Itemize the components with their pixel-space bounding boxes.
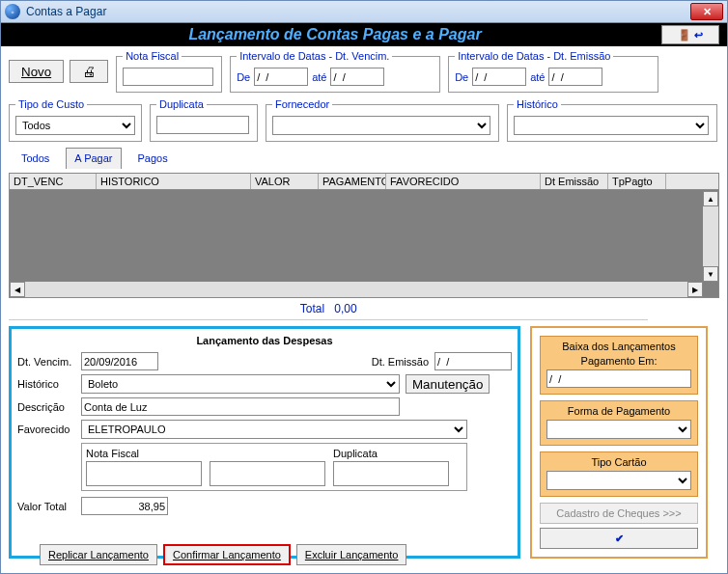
nf-dup-box: Nota Fiscal Duplicata bbox=[81, 443, 467, 491]
confirm-baixa-button[interactable]: ✔ bbox=[540, 528, 698, 549]
data-grid: DT_VENCHISTORICOVALORPAGAMENTOFAVORECIDO… bbox=[9, 173, 719, 298]
descricao-label: Descrição bbox=[17, 401, 75, 413]
despesas-title: Lançamento das Despesas bbox=[17, 335, 512, 346]
grid-col-dt emissão[interactable]: Dt Emissão bbox=[541, 174, 608, 189]
pagamento-em-label: Pagamento Em: bbox=[546, 355, 691, 367]
fornecedor-select[interactable] bbox=[272, 116, 490, 135]
dup-input[interactable] bbox=[333, 461, 449, 486]
nf-input-2[interactable] bbox=[210, 461, 325, 486]
pagamento-em-input[interactable] bbox=[546, 369, 691, 388]
historico-form-label: Histórico bbox=[17, 378, 75, 390]
excluir-label: Excluir Lançamento bbox=[305, 549, 399, 560]
novo-button[interactable]: Novo bbox=[9, 60, 64, 83]
exit-button[interactable]: 🚪 ↩ bbox=[661, 25, 719, 44]
dt-vencim-input[interactable] bbox=[81, 352, 158, 370]
tipo-cartao-select[interactable] bbox=[546, 471, 691, 490]
dt-emissao-label: Dt. Emissão bbox=[372, 356, 429, 368]
page-header: Lançamento de Contas Pagas e a Pagar 🚪 ↩ bbox=[0, 23, 728, 46]
action-buttons: Replicar Lançamento Confirmar Lançamento… bbox=[40, 544, 406, 565]
forma-pagamento-group: Forma de Pagamento bbox=[540, 400, 698, 446]
forma-pagamento-select[interactable] bbox=[546, 420, 691, 439]
forma-pagamento-label: Forma de Pagamento bbox=[546, 405, 691, 417]
tipo-custo-legend: Tipo de Custo bbox=[15, 98, 87, 110]
duplicata-input[interactable] bbox=[156, 116, 249, 134]
baixa-panel: Baixa dos Lançamentos Pagamento Em: Form… bbox=[530, 326, 708, 559]
baixa-pagamento-group: Baixa dos Lançamentos Pagamento Em: bbox=[540, 336, 698, 395]
emis-ate-input[interactable] bbox=[548, 68, 602, 86]
total-label: Total bbox=[300, 302, 324, 315]
fornecedor-filter: Fornecedor bbox=[266, 98, 499, 142]
scroll-down-icon[interactable]: ▼ bbox=[703, 266, 718, 282]
manutencao-button[interactable]: Manutenção bbox=[406, 374, 490, 394]
print-button[interactable] bbox=[70, 60, 108, 83]
nota-fiscal-legend: Nota Fiscal bbox=[123, 50, 182, 62]
historico-legend: Histórico bbox=[514, 98, 561, 110]
historico-select[interactable] bbox=[514, 116, 709, 135]
grid-col-pagamento[interactable]: PAGAMENTO bbox=[319, 174, 386, 189]
nf-input-1[interactable] bbox=[86, 461, 202, 486]
duplicata-filter: Duplicata bbox=[150, 98, 258, 142]
grid-col-valor[interactable]: VALOR bbox=[251, 174, 319, 189]
descricao-input[interactable] bbox=[81, 397, 400, 416]
tipo-custo-filter: Tipo de Custo Todos bbox=[9, 98, 142, 142]
duplicata-legend: Duplicata bbox=[156, 98, 207, 110]
tab-pagos[interactable]: Pagos bbox=[129, 148, 177, 169]
grid-col-historico[interactable]: HISTORICO bbox=[97, 174, 251, 189]
historico-filter: Histórico bbox=[507, 98, 717, 142]
excluir-button[interactable]: Excluir Lançamento bbox=[296, 544, 407, 565]
scroll-right-icon[interactable]: ▶ bbox=[687, 282, 703, 297]
grid-header: DT_VENCHISTORICOVALORPAGAMENTOFAVORECIDO… bbox=[10, 174, 718, 190]
replicar-button[interactable]: Replicar Lançamento bbox=[40, 544, 157, 565]
de-label-2: De bbox=[455, 71, 468, 83]
dt-emissao-input[interactable] bbox=[434, 352, 512, 370]
valor-total-input[interactable] bbox=[81, 497, 168, 515]
grid-col-tppagto[interactable]: TpPagto bbox=[608, 174, 666, 189]
app-icon: ◦ bbox=[5, 4, 20, 19]
tipo-cartao-group: Tipo Cartão bbox=[540, 451, 698, 497]
arrow-icon: ↩ bbox=[694, 29, 703, 41]
vertical-scrollbar[interactable]: ▲ ▼ bbox=[703, 191, 718, 282]
horizontal-scrollbar[interactable]: ◀ ▶ bbox=[10, 282, 703, 297]
dup-label: Duplicata bbox=[333, 448, 449, 459]
replicar-label: Replicar Lançamento bbox=[48, 549, 149, 560]
tipo-custo-select[interactable]: Todos bbox=[15, 116, 135, 135]
nota-fiscal-input[interactable] bbox=[123, 68, 213, 86]
emis-de-input[interactable] bbox=[472, 68, 526, 86]
fornecedor-legend: Fornecedor bbox=[272, 98, 332, 110]
window-titlebar: ◦ Contas a Pagar ✕ bbox=[0, 0, 728, 23]
scroll-left-icon[interactable]: ◀ bbox=[10, 282, 25, 297]
tipo-cartao-label: Tipo Cartão bbox=[546, 456, 691, 468]
tab-todos[interactable]: Todos bbox=[13, 148, 58, 169]
confirmar-button[interactable]: Confirmar Lançamento bbox=[163, 544, 291, 565]
intervalo-vencimento-filter: Intervalo de Datas - Dt. Vencim. De até bbox=[230, 50, 440, 93]
nf-label: Nota Fiscal bbox=[86, 448, 202, 459]
venc-de-input[interactable] bbox=[254, 68, 308, 86]
de-label: De bbox=[237, 71, 250, 83]
dt-vencim-label: Dt. Vencim. bbox=[17, 356, 75, 368]
nota-fiscal-filter: Nota Fiscal bbox=[116, 50, 222, 93]
cadastro-cheques-button[interactable]: Cadastro de Cheques >>> bbox=[540, 503, 698, 524]
scroll-up-icon[interactable]: ▲ bbox=[703, 191, 718, 206]
ate-label: até bbox=[312, 71, 326, 83]
window-title: Contas a Pagar bbox=[26, 5, 690, 18]
page-title: Lançamento de Contas Pagas e a Pagar bbox=[9, 26, 661, 43]
total-value: 0,00 bbox=[334, 302, 356, 315]
despesas-panel: Lançamento das Despesas Dt. Vencim. Dt. … bbox=[9, 326, 520, 559]
historico-form-select[interactable]: Boleto bbox=[81, 374, 400, 394]
door-icon: 🚪 bbox=[678, 29, 691, 41]
tabs: Todos A Pagar Pagos bbox=[9, 148, 719, 169]
valor-total-label: Valor Total bbox=[17, 501, 75, 512]
intervalo-emissao-filter: Intervalo de Datas - Dt. Emissão De até bbox=[448, 50, 658, 93]
grid-col-favorecido[interactable]: FAVORECIDO bbox=[386, 174, 541, 189]
grid-col-dt_venc[interactable]: DT_VENC bbox=[10, 174, 97, 189]
novo-label: Novo bbox=[21, 65, 51, 79]
favorecido-select[interactable]: ELETROPAULO bbox=[81, 420, 467, 439]
tab-apagar[interactable]: A Pagar bbox=[66, 148, 121, 169]
confirmar-label: Confirmar Lançamento bbox=[173, 549, 281, 560]
printer-icon bbox=[82, 64, 96, 79]
total-row: Total 0,00 bbox=[9, 298, 648, 320]
intervalo-venc-legend: Intervalo de Datas - Dt. Vencim. bbox=[237, 50, 392, 62]
ate-label-2: até bbox=[530, 71, 545, 83]
close-button[interactable]: ✕ bbox=[690, 3, 723, 20]
venc-ate-input[interactable] bbox=[330, 68, 384, 86]
